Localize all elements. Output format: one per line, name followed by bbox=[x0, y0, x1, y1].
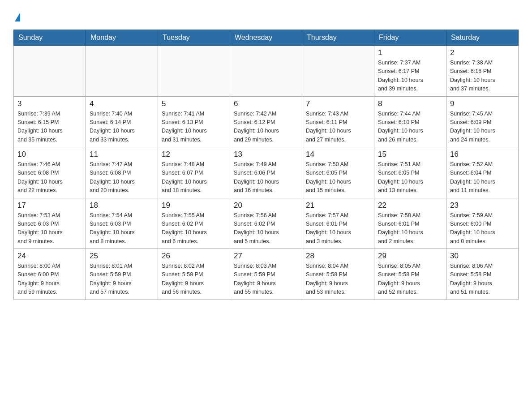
weekday-header-friday: Friday bbox=[374, 30, 446, 46]
calendar-cell: 4Sunrise: 7:40 AM Sunset: 6:14 PM Daylig… bbox=[86, 96, 158, 147]
day-number: 6 bbox=[234, 99, 298, 108]
weekday-header-saturday: Saturday bbox=[446, 30, 519, 46]
calendar-week-3: 10Sunrise: 7:46 AM Sunset: 6:08 PM Dayli… bbox=[14, 147, 519, 198]
calendar-cell: 9Sunrise: 7:45 AM Sunset: 6:09 PM Daylig… bbox=[446, 96, 519, 147]
calendar-cell bbox=[86, 46, 158, 97]
calendar-cell: 27Sunrise: 8:03 AM Sunset: 5:59 PM Dayli… bbox=[230, 249, 302, 300]
logo-triangle-icon bbox=[15, 13, 20, 21]
day-number: 23 bbox=[450, 201, 515, 210]
day-info: Sunrise: 7:41 AM Sunset: 6:13 PM Dayligh… bbox=[162, 110, 226, 145]
calendar-cell: 8Sunrise: 7:44 AM Sunset: 6:10 PM Daylig… bbox=[374, 96, 446, 147]
day-number: 14 bbox=[306, 150, 370, 159]
day-number: 10 bbox=[17, 150, 82, 159]
day-number: 7 bbox=[306, 99, 370, 108]
day-info: Sunrise: 7:48 AM Sunset: 6:07 PM Dayligh… bbox=[162, 160, 226, 195]
day-number: 29 bbox=[378, 252, 442, 261]
calendar-cell: 22Sunrise: 7:58 AM Sunset: 6:01 PM Dayli… bbox=[374, 198, 446, 249]
day-info: Sunrise: 8:04 AM Sunset: 5:58 PM Dayligh… bbox=[306, 262, 370, 297]
calendar-cell: 15Sunrise: 7:51 AM Sunset: 6:05 PM Dayli… bbox=[374, 147, 446, 198]
day-info: Sunrise: 8:02 AM Sunset: 5:59 PM Dayligh… bbox=[162, 262, 226, 297]
day-number: 13 bbox=[234, 150, 298, 159]
day-info: Sunrise: 7:39 AM Sunset: 6:15 PM Dayligh… bbox=[17, 110, 82, 145]
day-number: 12 bbox=[162, 150, 226, 159]
day-info: Sunrise: 7:53 AM Sunset: 6:03 PM Dayligh… bbox=[17, 211, 82, 246]
calendar-cell: 3Sunrise: 7:39 AM Sunset: 6:15 PM Daylig… bbox=[14, 96, 86, 147]
calendar-cell: 6Sunrise: 7:42 AM Sunset: 6:12 PM Daylig… bbox=[230, 96, 302, 147]
day-info: Sunrise: 7:52 AM Sunset: 6:04 PM Dayligh… bbox=[450, 160, 515, 195]
calendar-cell: 12Sunrise: 7:48 AM Sunset: 6:07 PM Dayli… bbox=[158, 147, 230, 198]
day-info: Sunrise: 7:45 AM Sunset: 6:09 PM Dayligh… bbox=[450, 110, 515, 145]
calendar-week-4: 17Sunrise: 7:53 AM Sunset: 6:03 PM Dayli… bbox=[14, 198, 519, 249]
header bbox=[13, 9, 519, 22]
day-number: 16 bbox=[450, 150, 515, 159]
calendar-cell: 7Sunrise: 7:43 AM Sunset: 6:11 PM Daylig… bbox=[302, 96, 374, 147]
day-number: 11 bbox=[90, 150, 154, 159]
calendar-cell: 18Sunrise: 7:54 AM Sunset: 6:03 PM Dayli… bbox=[86, 198, 158, 249]
day-info: Sunrise: 7:59 AM Sunset: 6:00 PM Dayligh… bbox=[450, 211, 515, 246]
day-number: 19 bbox=[162, 201, 226, 210]
weekday-header-monday: Monday bbox=[86, 30, 158, 46]
weekday-header-sunday: Sunday bbox=[14, 30, 86, 46]
day-info: Sunrise: 7:46 AM Sunset: 6:08 PM Dayligh… bbox=[17, 160, 82, 195]
day-info: Sunrise: 7:50 AM Sunset: 6:05 PM Dayligh… bbox=[306, 160, 370, 195]
calendar-week-5: 24Sunrise: 8:00 AM Sunset: 6:00 PM Dayli… bbox=[14, 249, 519, 300]
day-number: 25 bbox=[90, 252, 154, 261]
calendar-cell: 16Sunrise: 7:52 AM Sunset: 6:04 PM Dayli… bbox=[446, 147, 519, 198]
day-info: Sunrise: 7:49 AM Sunset: 6:06 PM Dayligh… bbox=[234, 160, 298, 195]
weekday-header-wednesday: Wednesday bbox=[230, 30, 302, 46]
day-number: 26 bbox=[162, 252, 226, 261]
day-info: Sunrise: 7:58 AM Sunset: 6:01 PM Dayligh… bbox=[378, 211, 442, 246]
day-number: 15 bbox=[378, 150, 442, 159]
day-info: Sunrise: 8:06 AM Sunset: 5:58 PM Dayligh… bbox=[450, 262, 515, 297]
calendar-cell: 26Sunrise: 8:02 AM Sunset: 5:59 PM Dayli… bbox=[158, 249, 230, 300]
day-number: 3 bbox=[17, 99, 82, 108]
calendar-cell: 2Sunrise: 7:38 AM Sunset: 6:16 PM Daylig… bbox=[446, 46, 519, 97]
day-info: Sunrise: 7:51 AM Sunset: 6:05 PM Dayligh… bbox=[378, 160, 442, 195]
calendar-cell: 24Sunrise: 8:00 AM Sunset: 6:00 PM Dayli… bbox=[14, 249, 86, 300]
day-info: Sunrise: 8:01 AM Sunset: 5:59 PM Dayligh… bbox=[90, 262, 154, 297]
calendar-cell bbox=[302, 46, 374, 97]
calendar-cell: 25Sunrise: 8:01 AM Sunset: 5:59 PM Dayli… bbox=[86, 249, 158, 300]
day-info: Sunrise: 7:47 AM Sunset: 6:08 PM Dayligh… bbox=[90, 160, 154, 195]
calendar-cell: 28Sunrise: 8:04 AM Sunset: 5:58 PM Dayli… bbox=[302, 249, 374, 300]
calendar-cell: 17Sunrise: 7:53 AM Sunset: 6:03 PM Dayli… bbox=[14, 198, 86, 249]
logo bbox=[13, 13, 20, 22]
day-number: 21 bbox=[306, 201, 370, 210]
day-info: Sunrise: 7:40 AM Sunset: 6:14 PM Dayligh… bbox=[90, 110, 154, 145]
day-number: 20 bbox=[234, 201, 298, 210]
day-number: 27 bbox=[234, 252, 298, 261]
day-info: Sunrise: 8:05 AM Sunset: 5:58 PM Dayligh… bbox=[378, 262, 442, 297]
day-info: Sunrise: 7:56 AM Sunset: 6:02 PM Dayligh… bbox=[234, 211, 298, 246]
day-info: Sunrise: 7:57 AM Sunset: 6:01 PM Dayligh… bbox=[306, 211, 370, 246]
day-number: 30 bbox=[450, 252, 515, 261]
calendar-cell: 1Sunrise: 7:37 AM Sunset: 6:17 PM Daylig… bbox=[374, 46, 446, 97]
weekday-header-thursday: Thursday bbox=[302, 30, 374, 46]
calendar-cell: 11Sunrise: 7:47 AM Sunset: 6:08 PM Dayli… bbox=[86, 147, 158, 198]
day-number: 22 bbox=[378, 201, 442, 210]
day-info: Sunrise: 7:42 AM Sunset: 6:12 PM Dayligh… bbox=[234, 110, 298, 145]
day-info: Sunrise: 7:54 AM Sunset: 6:03 PM Dayligh… bbox=[90, 211, 154, 246]
day-number: 24 bbox=[17, 252, 82, 261]
calendar-cell: 30Sunrise: 8:06 AM Sunset: 5:58 PM Dayli… bbox=[446, 249, 519, 300]
calendar-cell bbox=[14, 46, 86, 97]
day-number: 4 bbox=[90, 99, 154, 108]
day-number: 18 bbox=[90, 201, 154, 210]
calendar-table: SundayMondayTuesdayWednesdayThursdayFrid… bbox=[13, 30, 519, 300]
calendar-cell: 19Sunrise: 7:55 AM Sunset: 6:02 PM Dayli… bbox=[158, 198, 230, 249]
calendar-week-1: 1Sunrise: 7:37 AM Sunset: 6:17 PM Daylig… bbox=[14, 46, 519, 97]
day-info: Sunrise: 7:55 AM Sunset: 6:02 PM Dayligh… bbox=[162, 211, 226, 246]
calendar-cell: 13Sunrise: 7:49 AM Sunset: 6:06 PM Dayli… bbox=[230, 147, 302, 198]
calendar-week-2: 3Sunrise: 7:39 AM Sunset: 6:15 PM Daylig… bbox=[14, 96, 519, 147]
calendar-cell: 20Sunrise: 7:56 AM Sunset: 6:02 PM Dayli… bbox=[230, 198, 302, 249]
day-number: 5 bbox=[162, 99, 226, 108]
calendar-cell: 29Sunrise: 8:05 AM Sunset: 5:58 PM Dayli… bbox=[374, 249, 446, 300]
weekday-header-tuesday: Tuesday bbox=[158, 30, 230, 46]
day-number: 28 bbox=[306, 252, 370, 261]
calendar-cell bbox=[230, 46, 302, 97]
calendar-cell: 10Sunrise: 7:46 AM Sunset: 6:08 PM Dayli… bbox=[14, 147, 86, 198]
day-number: 9 bbox=[450, 99, 515, 108]
day-info: Sunrise: 8:00 AM Sunset: 6:00 PM Dayligh… bbox=[17, 262, 82, 297]
calendar-cell: 23Sunrise: 7:59 AM Sunset: 6:00 PM Dayli… bbox=[446, 198, 519, 249]
day-number: 17 bbox=[17, 201, 82, 210]
day-number: 8 bbox=[378, 99, 442, 108]
